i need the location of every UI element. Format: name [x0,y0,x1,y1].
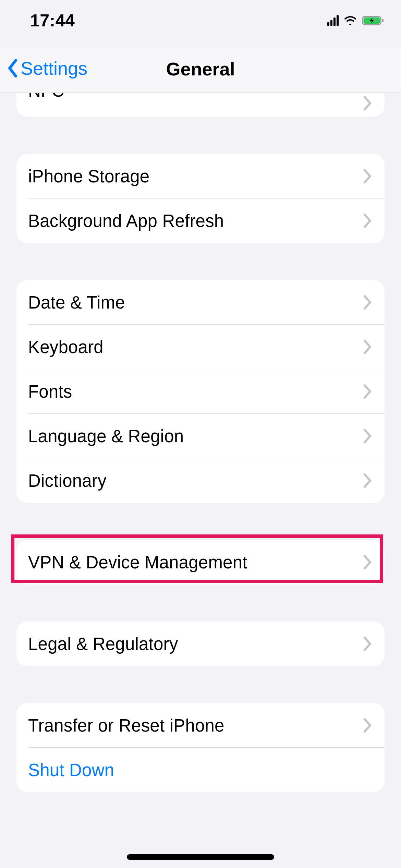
row-dictionary[interactable]: Dictionary [16,458,385,503]
row-label: Shut Down [28,760,114,780]
settings-group: Legal & Regulatory [16,622,385,666]
chevron-right-icon [363,169,372,184]
row-transfer-reset[interactable]: Transfer or Reset iPhone [16,703,385,748]
row-label: Fonts [28,382,72,402]
settings-group: VPN & Device Management [16,540,385,584]
row-label: Dictionary [28,471,107,491]
row-fonts[interactable]: Fonts [16,369,385,414]
row-keyboard[interactable]: Keyboard [16,325,385,369]
battery-charging-icon [362,15,384,26]
row-vpn-device-management[interactable]: VPN & Device Management [16,540,385,584]
row-legal-regulatory[interactable]: Legal & Regulatory [16,622,385,666]
settings-group: Transfer or Reset iPhone Shut Down [16,703,385,792]
chevron-right-icon [363,429,372,444]
row-label: iPhone Storage [28,166,149,186]
row-label: Date & Time [28,292,125,313]
status-time: 17:44 [30,11,75,31]
row-language-region[interactable]: Language & Region [16,414,385,458]
row-label: Background App Refresh [28,211,224,231]
page-title: General [0,58,401,80]
status-bar: 17:44 [0,0,401,34]
svg-rect-2 [382,19,384,22]
row-label: VPN & Device Management [28,552,247,572]
row-label: Legal & Regulatory [28,634,178,654]
row-date-time[interactable]: Date & Time [16,280,385,325]
row-iphone-storage[interactable]: iPhone Storage [16,154,385,198]
chevron-right-icon [363,213,372,228]
row-background-app-refresh[interactable]: Background App Refresh [16,198,385,243]
home-indicator[interactable] [127,854,274,860]
settings-group: iPhone Storage Background App Refresh [16,154,385,243]
chevron-right-icon [363,295,372,310]
chevron-right-icon [363,473,372,488]
chevron-right-icon [363,555,372,570]
row-label: Transfer or Reset iPhone [28,715,224,736]
row-nfc[interactable]: NFC [16,93,385,117]
chevron-right-icon [363,718,372,733]
row-label: NFC [28,93,64,101]
nav-bar: Settings General [0,48,401,93]
status-indicators [327,15,384,26]
settings-list[interactable]: NFC iPhone Storage Background App Refres… [0,93,401,868]
wifi-icon [343,15,357,26]
chevron-right-icon [363,96,372,111]
row-shut-down[interactable]: Shut Down [16,748,385,792]
row-label: Keyboard [28,337,104,357]
row-label: Language & Region [28,426,184,446]
settings-group-peek: NFC [16,93,385,117]
chevron-right-icon [363,384,372,399]
chevron-right-icon [363,636,372,651]
cellular-icon [327,15,339,26]
chevron-right-icon [363,339,372,354]
settings-group: Date & Time Keyboard Fonts Language & Re… [16,280,385,503]
